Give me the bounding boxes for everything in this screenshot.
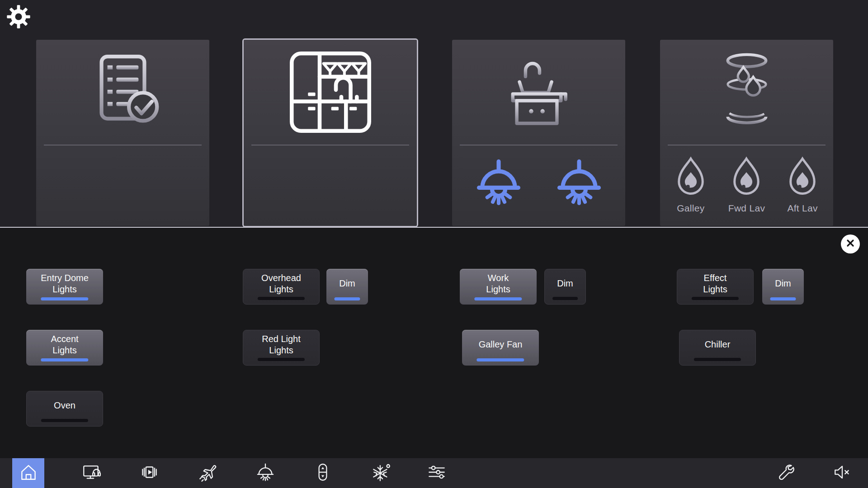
- nav-home[interactable]: [12, 458, 44, 488]
- heater-label: Aft Lav: [787, 203, 817, 214]
- flame-icon: [673, 156, 709, 201]
- button-label: Dim: [339, 278, 355, 289]
- card-galley[interactable]: [244, 40, 417, 226]
- nav-audio-mute[interactable]: [827, 458, 857, 488]
- galley-fan-button[interactable]: Galley Fan: [462, 330, 539, 366]
- heater-indicator-galley: Galley: [664, 156, 717, 214]
- button-label: Overhead Lights: [261, 272, 301, 295]
- button-label: Entry Dome Lights: [41, 272, 89, 295]
- card-divider: [44, 145, 202, 145]
- button-label: Galley Fan: [479, 339, 523, 350]
- cabin-control-screen: Galley Fwd Lav: [0, 0, 868, 488]
- nav-controls[interactable]: [422, 458, 452, 488]
- airplane-icon: [197, 462, 218, 484]
- monitor-headset-icon: [81, 462, 102, 484]
- button-label: Red Light Lights: [262, 333, 301, 356]
- red-light-lights-button[interactable]: Red Light Lights: [243, 330, 320, 366]
- button-state-indicator: [476, 358, 524, 361]
- button-state-indicator: [41, 297, 88, 300]
- effect-dim-button[interactable]: Dim: [762, 269, 804, 305]
- gear-icon: [6, 23, 31, 30]
- dome-lamp-icon: [472, 158, 525, 209]
- card-lavatory[interactable]: [452, 40, 625, 226]
- close-panel-button[interactable]: [841, 235, 860, 253]
- close-x-icon: [845, 238, 856, 250]
- card-divider: [668, 145, 826, 145]
- lavatory-lamp-indicators: [452, 158, 625, 209]
- speaker-muted-icon: [832, 462, 853, 484]
- button-state-indicator: [770, 297, 796, 300]
- settings-button[interactable]: [6, 5, 31, 29]
- nav-climate[interactable]: [366, 458, 396, 488]
- snowflake-icon: [371, 462, 392, 484]
- home-icon: [18, 462, 39, 484]
- button-state-indicator: [258, 297, 305, 300]
- button-state-indicator: [41, 358, 88, 361]
- effect-lights-button[interactable]: Effect Lights: [677, 269, 754, 305]
- overhead-dim-button[interactable]: Dim: [326, 269, 368, 305]
- media-play-icon: [139, 462, 160, 484]
- shade-control-icon: [312, 462, 333, 484]
- nav-monitor-audio[interactable]: [76, 458, 106, 488]
- water-tank-icon: [718, 50, 776, 130]
- button-state-indicator: [41, 419, 88, 422]
- entry-dome-lights-button[interactable]: Entry Dome Lights: [26, 269, 103, 305]
- button-state-indicator: [552, 297, 578, 300]
- water-heater-indicators: Galley Fwd Lav: [663, 156, 830, 214]
- work-dim-button[interactable]: Dim: [544, 269, 586, 305]
- button-state-indicator: [692, 297, 739, 300]
- button-label: Chiller: [705, 339, 731, 350]
- card-checklist[interactable]: [36, 40, 209, 226]
- button-state-indicator: [258, 358, 305, 361]
- nav-flight-info[interactable]: [193, 458, 222, 488]
- dome-lamp-icon: [553, 158, 605, 209]
- flame-icon: [784, 156, 821, 201]
- heater-label: Fwd Lav: [728, 203, 765, 214]
- button-label: Oven: [54, 400, 75, 411]
- galley-controls-panel: Entry Dome Lights Accent Lights Oven Ove…: [0, 228, 868, 458]
- nav-maintenance[interactable]: [770, 458, 800, 488]
- card-divider: [251, 145, 409, 145]
- chiller-button[interactable]: Chiller: [679, 330, 756, 366]
- card-divider: [460, 145, 618, 145]
- button-label: Work Lights: [486, 272, 510, 295]
- wrench-icon: [775, 462, 796, 484]
- bottom-nav-bar: [0, 458, 868, 488]
- nav-window-shades[interactable]: [308, 458, 338, 488]
- oven-button[interactable]: Oven: [26, 391, 103, 427]
- button-state-indicator: [474, 297, 522, 300]
- work-lights-button[interactable]: Work Lights: [460, 269, 537, 305]
- galley-cabinet-icon: [287, 49, 374, 137]
- heater-indicator-fwd-lav: Fwd Lav: [720, 156, 773, 214]
- sliders-icon: [426, 462, 447, 484]
- dome-lamp-icon: [255, 463, 276, 484]
- card-water-tank[interactable]: Galley Fwd Lav: [660, 40, 833, 226]
- button-label: Accent Lights: [51, 333, 78, 356]
- checklist-icon: [82, 51, 164, 134]
- button-label: Dim: [557, 278, 573, 289]
- accent-lights-button[interactable]: Accent Lights: [26, 330, 103, 366]
- button-label: Effect Lights: [703, 272, 727, 295]
- button-state-indicator: [694, 358, 741, 361]
- overhead-lights-button[interactable]: Overhead Lights: [243, 269, 320, 305]
- button-label: Dim: [775, 278, 791, 289]
- nav-media[interactable]: [134, 458, 164, 488]
- heater-indicator-aft-lav: Aft Lav: [776, 156, 829, 214]
- button-state-indicator: [334, 297, 360, 300]
- flame-icon: [728, 156, 764, 201]
- heater-label: Galley: [677, 203, 704, 214]
- sink-icon: [505, 50, 572, 132]
- nav-cabin-lights[interactable]: [250, 458, 280, 488]
